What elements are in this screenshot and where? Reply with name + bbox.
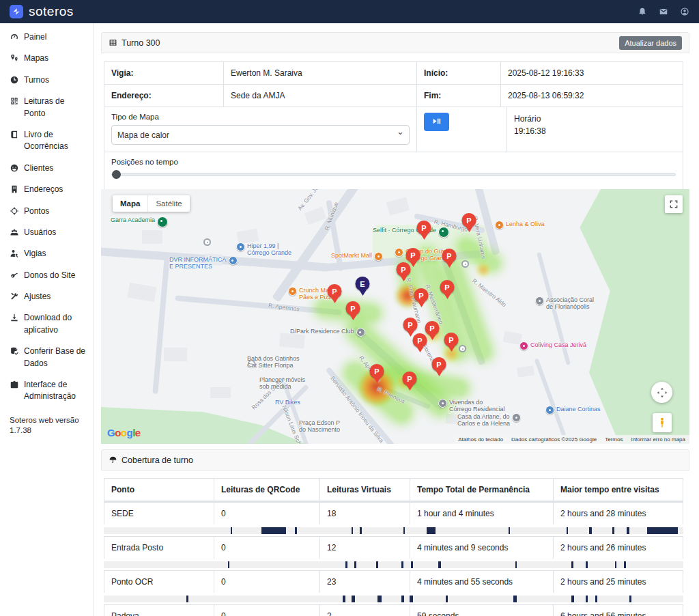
poi-text: Daiane Cortinas <box>556 406 601 412</box>
sidebar-item-label: Interface de Administração <box>24 379 86 403</box>
fim-value: 2025-08-13 06:59:32 <box>501 85 683 107</box>
map-button[interactable]: Mapa <box>113 195 147 212</box>
account-icon[interactable] <box>680 7 689 16</box>
point-marker-pin[interactable]: P <box>440 280 455 303</box>
poi-icon <box>438 399 447 408</box>
map-poi-label[interactable]: Garra Academia <box>111 216 168 227</box>
crosshair-icon <box>10 206 19 216</box>
map-poi-label[interactable]: Selfit · Córrego Grande <box>373 227 449 238</box>
table-grid-icon <box>109 38 117 47</box>
sidebar-item-usuarios[interactable]: Usuários <box>10 227 86 238</box>
brand[interactable]: soteros <box>10 4 74 19</box>
coverage-cell: 0 <box>214 605 320 616</box>
map-poi-label[interactable]: Lenha & Oliva <box>495 221 545 229</box>
sidebar-item-mapas[interactable]: Mapas <box>10 53 86 64</box>
sidebar-item-ajustes[interactable]: Ajustes <box>10 291 86 303</box>
point-marker-pin[interactable]: P <box>462 213 476 236</box>
umbrella-icon <box>109 456 117 464</box>
pan-control[interactable] <box>651 382 672 403</box>
map-poi-label[interactable]: DVR INFORMÁTICA E PRESENTES <box>169 256 238 270</box>
clock-icon <box>10 75 19 85</box>
sidebar-item-download[interactable]: Download do aplicativo <box>10 312 86 336</box>
map-attribution-link[interactable]: Termos <box>605 436 623 443</box>
coverage-cell: 2 hours and 26 minutes <box>554 537 683 559</box>
map-attribution-link[interactable]: Informar erro no mapa <box>631 436 685 443</box>
sidebar-item-label: Usuários <box>24 227 56 238</box>
poi-text: D/Park Residence Club <box>290 328 354 335</box>
poi-text: Lenha & Oliva <box>506 221 545 227</box>
poi-text: Planeger móveis sob medida <box>259 376 305 391</box>
satellite-button[interactable]: Satélite <box>147 195 189 212</box>
inicio-value: 2025-08-12 19:16:33 <box>501 62 683 84</box>
poi-icon <box>519 341 528 350</box>
sidebar-item-enderecos[interactable]: Endereços <box>10 184 86 195</box>
book-icon <box>10 130 19 139</box>
pegman-control[interactable] <box>653 413 672 432</box>
sidebar-item-leituras[interactable]: Leituras de Ponto <box>10 96 86 120</box>
point-marker-pin[interactable]: P <box>425 321 440 344</box>
point-marker-pin[interactable]: P <box>403 372 417 394</box>
refresh-data-button[interactable]: Atualizar dados <box>619 36 682 50</box>
sidebar-item-interface[interactable]: Interface de Administração <box>10 379 86 403</box>
map-poi-label[interactable]: Coliving Casa Jerivá <box>519 341 586 350</box>
fullscreen-button[interactable] <box>665 195 683 213</box>
coverage-table: PontoLeituras de QRCodeLeituras Virtuais… <box>104 478 683 616</box>
sidebar-item-label: Clientes <box>24 163 53 174</box>
sidebar-item-label: Painel <box>24 31 46 43</box>
point-marker-pin[interactable]: P <box>328 284 342 307</box>
building-icon <box>10 184 19 194</box>
sidebar-item-label: Conferir Base de Dados <box>24 346 86 369</box>
map-poi-label[interactable]: Planeger móveis sob medida <box>259 376 305 391</box>
point-marker-pin[interactable]: P <box>442 249 457 271</box>
vigia-value: Ewerton M. Saraiva <box>224 62 417 84</box>
point-marker-pin[interactable]: P <box>413 333 427 356</box>
mail-icon[interactable] <box>659 7 668 16</box>
event-marker-pin[interactable]: E <box>356 277 370 299</box>
coverage-cell: 6 hours and 56 minutes <box>554 605 683 616</box>
point-marker-pin[interactable]: P <box>417 221 431 243</box>
map-poi-label[interactable]: Casa da Ariane, do Carlos e da Helena <box>457 413 521 428</box>
point-marker-pin[interactable]: P <box>414 288 429 311</box>
map-type-select[interactable]: Mapa de calor <box>111 125 410 145</box>
play-pause-icon <box>431 117 442 128</box>
play-pause-button[interactable] <box>424 113 449 131</box>
map-attribution-link[interactable]: Atalhos do teclado <box>458 436 503 443</box>
map-poi-label[interactable]: Vivendas do Córrego Residencial <box>438 399 505 413</box>
sidebar-item-clientes[interactable]: Clientes <box>10 163 86 174</box>
coverage-cell: Entrada Posto <box>104 537 214 559</box>
point-marker-pin[interactable]: P <box>346 301 360 324</box>
map-poi-label[interactable]: Hiper 1,99 | Córrego Grande <box>236 242 291 257</box>
map-poi-label[interactable]: Babá dos Gatinhos Cat Sitter Floripa <box>247 355 300 369</box>
poi-text: Garra Academia <box>111 216 155 223</box>
coverage-cell: 12 <box>320 537 410 559</box>
poi-text: Praça Edson P do Nascimento <box>299 419 340 434</box>
map-poi-label[interactable]: Praça Edson P do Nascimento <box>299 419 340 434</box>
map-poi-label[interactable]: D/Park Residence Club <box>290 328 365 337</box>
sidebar-item-pontos[interactable]: Pontos <box>10 206 86 217</box>
sidebar-item-livro[interactable]: Livro de Ocorrências <box>10 129 86 153</box>
point-marker-pin[interactable]: P <box>444 333 459 355</box>
coverage-column-header: Maior tempo entre visitas <box>554 479 683 501</box>
sidebar-item-donos[interactable]: Donos do Site <box>10 270 86 281</box>
sidebar-item-vigias[interactable]: Vigias <box>10 248 86 260</box>
map-poi-label[interactable]: SpotMarkt Mall <box>331 252 383 261</box>
point-marker-pin[interactable]: P <box>370 364 384 387</box>
qrcode-icon <box>10 96 19 106</box>
map-attribution: Atalhos do tecladoDados cartográficos ©2… <box>454 435 689 444</box>
map-poi-label[interactable]: Associação Coral de Florianópolis <box>535 296 594 311</box>
point-marker-pin[interactable]: P <box>397 262 411 285</box>
notifications-bell-icon[interactable] <box>638 7 647 16</box>
poi-text: Casa da Ariane, do Carlos e da Helena <box>457 413 510 428</box>
map-canvas[interactable]: Av. Gov. José BoabaidR. HamburgoR. Vera … <box>101 189 689 444</box>
sidebar-item-turnos[interactable]: Turnos <box>10 74 86 86</box>
time-slider[interactable] <box>111 170 676 179</box>
sidebar-item-conferir[interactable]: Conferir Base de Dados <box>10 346 86 369</box>
sidebar-item-painel[interactable]: Painel <box>10 31 86 43</box>
point-marker-pin[interactable]: P <box>432 357 446 380</box>
coverage-column-header: Tempo Total de Permanência <box>410 479 554 501</box>
coverage-cell: 0 <box>214 503 320 524</box>
map-poi-label[interactable]: RV Bikes <box>275 399 300 406</box>
coverage-cell: 23 <box>320 571 410 593</box>
map-poi-label[interactable]: Daiane Cortinas <box>545 406 601 415</box>
smiley-icon <box>10 163 19 173</box>
